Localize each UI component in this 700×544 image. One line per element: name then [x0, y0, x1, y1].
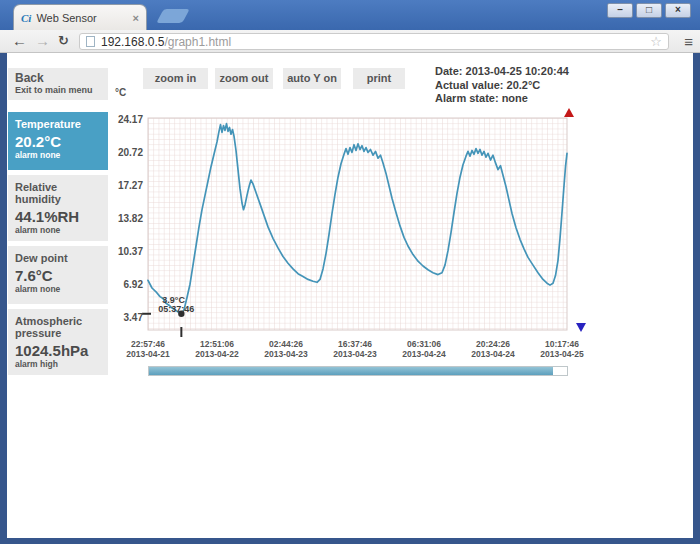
tile-label: Relative humidity: [15, 181, 101, 205]
x-axis-tick-label: 20:24:262013-04-24: [460, 340, 526, 359]
y-axis-tick-label: 20.72: [107, 147, 143, 158]
tile-label: Temperature: [15, 118, 101, 130]
alarm-high-arrow-icon[interactable]: [564, 108, 574, 117]
tile-label: Dew point: [15, 252, 101, 264]
tab-title: Web Sensor: [36, 12, 127, 24]
chart-plot-area[interactable]: 3.9°C 05:37:46: [148, 118, 567, 330]
tile-alarm-status: alarm none: [15, 284, 101, 294]
web-sensor-page: Back Exit to main menu Temperature 20.2°…: [7, 53, 693, 538]
sidebar-item-humidity[interactable]: Relative humidity 44.1%RH alarm none: [8, 175, 108, 241]
close-button[interactable]: ×: [665, 3, 691, 18]
sensor-sidebar: Temperature 20.2°C alarm none Relative h…: [8, 112, 108, 375]
reading-info: Date: 2013-04-25 10:20:44 Actual value: …: [435, 65, 569, 106]
info-actual-value: Actual value: 20.2°C: [435, 79, 569, 93]
browser-tab[interactable]: Ci Web Sensor ×: [13, 4, 147, 30]
tile-alarm-status: alarm high: [15, 359, 101, 369]
zoom-out-button[interactable]: zoom out: [215, 68, 273, 89]
y-axis-tick-label: 10.37: [107, 246, 143, 257]
sidebar-item-back[interactable]: Back Exit to main menu: [8, 68, 108, 100]
x-axis-tick-label: 16:37:462013-04-23: [322, 340, 388, 359]
bookmark-star-icon[interactable]: ☆: [650, 35, 662, 48]
sidebar-item-dew-point[interactable]: Dew point 7.6°C alarm none: [8, 246, 108, 304]
forward-icon[interactable]: →: [35, 32, 50, 49]
tab-close-icon[interactable]: ×: [133, 12, 139, 24]
info-date: Date: 2013-04-25 10:20:44: [435, 65, 569, 79]
info-alarm-state: Alarm state: none: [435, 92, 569, 106]
zoom-in-button[interactable]: zoom in: [143, 68, 208, 89]
back-icon[interactable]: ←: [12, 32, 27, 49]
y-axis-unit-label: °C: [115, 87, 126, 98]
url-text: 192.168.0.5/graph1.html: [101, 35, 231, 49]
browser-addressbar: ← → ↻ 192.168.0.5/graph1.html ☆ ≡: [0, 30, 700, 53]
x-axis-tick-label: 06:31:062013-04-24: [391, 340, 457, 359]
tile-value: 1024.5hPa: [15, 342, 101, 359]
x-axis-tick-label: 12:51:062013-04-22: [184, 340, 250, 359]
back-subtitle: Exit to main menu: [15, 85, 101, 95]
reload-icon[interactable]: ↻: [58, 33, 69, 48]
print-button[interactable]: print: [353, 68, 405, 89]
x-axis-tick-label: 02:44:262013-04-23: [253, 340, 319, 359]
tile-value: 7.6°C: [15, 267, 101, 284]
minimize-button[interactable]: –: [607, 3, 633, 18]
y-axis-tick-label: 3.47: [107, 312, 143, 323]
comet-favicon-icon: Ci: [21, 12, 31, 24]
time-scrollbar-thumb[interactable]: [149, 367, 553, 375]
url-path: /graph1.html: [164, 35, 231, 49]
tile-value: 44.1%RH: [15, 208, 101, 225]
url-host: 192.168.0.5: [101, 35, 164, 49]
browser-titlebar: Ci Web Sensor × – □ ×: [0, 0, 700, 30]
y-axis-tick-label: 17.27: [107, 180, 143, 191]
browser-menu-icon[interactable]: ≡: [684, 33, 693, 50]
tile-value: 20.2°C: [15, 133, 101, 150]
auto-y-button[interactable]: auto Y on: [283, 68, 341, 89]
sidebar-item-temperature[interactable]: Temperature 20.2°C alarm none: [8, 112, 108, 170]
time-scrollbar[interactable]: [148, 366, 568, 376]
page-frame: Back Exit to main menu Temperature 20.2°…: [0, 53, 700, 544]
temperature-chart: 3.9°C 05:37:46 24.1720.7217.2713.8210.37…: [148, 118, 567, 330]
window-controls: – □ ×: [607, 3, 691, 18]
back-title: Back: [15, 72, 101, 85]
tile-alarm-status: alarm none: [15, 150, 101, 160]
maximize-button[interactable]: □: [636, 3, 662, 18]
alarm-low-arrow-icon[interactable]: [576, 323, 586, 332]
new-tab-button[interactable]: [156, 9, 189, 23]
tile-alarm-status: alarm none: [15, 225, 101, 235]
tile-label: Atmospheric pressure: [15, 315, 101, 339]
x-axis-tick-label: 22:57:462013-04-21: [115, 340, 181, 359]
url-input[interactable]: 192.168.0.5/graph1.html ☆: [79, 33, 669, 50]
y-axis-tick-label: 13.82: [107, 213, 143, 224]
page-icon: [86, 36, 95, 47]
y-axis-tick-label: 6.92: [107, 279, 143, 290]
x-axis-tick-label: 10:17:462013-04-25: [529, 340, 595, 359]
sidebar-item-pressure[interactable]: Atmospheric pressure 1024.5hPa alarm hig…: [8, 309, 108, 375]
plot-grid: [148, 118, 567, 330]
annotation-time: 05:37:46: [158, 304, 194, 314]
y-axis-tick-label: 24.17: [107, 114, 143, 125]
